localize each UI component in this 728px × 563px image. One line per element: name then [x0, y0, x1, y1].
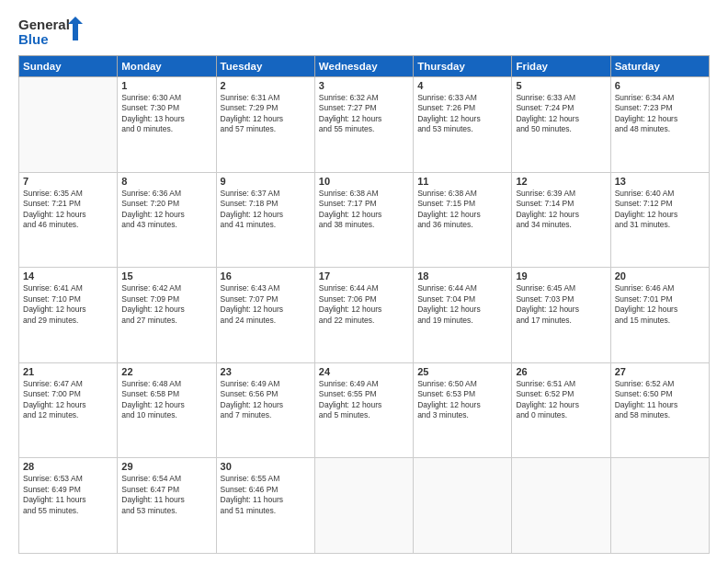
calendar-day-cell: 17Sunrise: 6:44 AMSunset: 7:06 PMDayligh…: [314, 268, 413, 363]
calendar-day-cell: 6Sunrise: 6:34 AMSunset: 7:23 PMDaylight…: [610, 77, 709, 173]
day-number: 11: [417, 176, 507, 187]
calendar-day-cell: 14Sunrise: 6:41 AMSunset: 7:10 PMDayligh…: [19, 268, 118, 363]
day-number: 18: [417, 270, 507, 282]
calendar-day-cell: 16Sunrise: 6:43 AMSunset: 7:07 PMDayligh…: [216, 268, 314, 363]
day-info: Sunrise: 6:30 AMSunset: 7:30 PMDaylight:…: [121, 93, 211, 135]
calendar-day-cell: 18Sunrise: 6:44 AMSunset: 7:04 PMDayligh…: [414, 268, 512, 363]
calendar-day-cell: 22Sunrise: 6:48 AMSunset: 6:58 PMDayligh…: [118, 362, 216, 458]
calendar-day-cell: 8Sunrise: 6:36 AMSunset: 7:20 PMDaylight…: [118, 172, 216, 268]
day-number: 9: [221, 176, 311, 187]
day-info: Sunrise: 6:45 AMSunset: 7:03 PMDaylight:…: [516, 283, 606, 326]
day-info: Sunrise: 6:41 AMSunset: 7:10 PMDaylight:…: [23, 283, 113, 326]
day-number: 22: [121, 366, 211, 377]
day-info: Sunrise: 6:49 AMSunset: 6:56 PMDaylight:…: [221, 379, 311, 421]
day-number: 24: [319, 366, 409, 377]
calendar-week-row: 7Sunrise: 6:35 AMSunset: 7:21 PMDaylight…: [19, 172, 710, 268]
calendar-day-cell: [512, 458, 610, 554]
day-info: Sunrise: 6:55 AMSunset: 6:46 PMDaylight:…: [221, 474, 311, 516]
day-info: Sunrise: 6:46 AMSunset: 7:01 PMDaylight:…: [615, 283, 705, 326]
day-number: 14: [23, 270, 113, 282]
calendar-day-cell: 10Sunrise: 6:38 AMSunset: 7:17 PMDayligh…: [314, 172, 413, 268]
day-info: Sunrise: 6:43 AMSunset: 7:07 PMDaylight:…: [221, 283, 311, 326]
calendar-day-cell: 11Sunrise: 6:38 AMSunset: 7:15 PMDayligh…: [414, 172, 512, 268]
day-info: Sunrise: 6:53 AMSunset: 6:49 PMDaylight:…: [23, 474, 113, 516]
calendar-day-header: Thursday: [414, 56, 512, 77]
calendar-day-cell: 29Sunrise: 6:54 AMSunset: 6:47 PMDayligh…: [118, 458, 216, 554]
day-number: 23: [221, 366, 311, 377]
day-info: Sunrise: 6:40 AMSunset: 7:12 PMDaylight:…: [615, 189, 705, 231]
day-info: Sunrise: 6:42 AMSunset: 7:09 PMDaylight:…: [121, 283, 211, 326]
calendar-week-row: 21Sunrise: 6:47 AMSunset: 7:00 PMDayligh…: [19, 362, 710, 458]
day-info: Sunrise: 6:52 AMSunset: 6:50 PMDaylight:…: [615, 379, 705, 421]
day-info: Sunrise: 6:44 AMSunset: 7:06 PMDaylight:…: [319, 283, 409, 326]
calendar-week-row: 28Sunrise: 6:53 AMSunset: 6:49 PMDayligh…: [19, 458, 710, 554]
day-number: 16: [221, 270, 311, 282]
day-number: 7: [23, 176, 113, 187]
calendar-day-cell: 23Sunrise: 6:49 AMSunset: 6:56 PMDayligh…: [216, 362, 314, 458]
calendar-header-row: SundayMondayTuesdayWednesdayThursdayFrid…: [19, 56, 710, 77]
calendar-day-cell: 25Sunrise: 6:50 AMSunset: 6:53 PMDayligh…: [414, 362, 512, 458]
day-number: 25: [417, 366, 507, 377]
calendar-day-cell: 27Sunrise: 6:52 AMSunset: 6:50 PMDayligh…: [610, 362, 709, 458]
day-info: Sunrise: 6:47 AMSunset: 7:00 PMDaylight:…: [23, 379, 113, 421]
day-number: 4: [417, 80, 507, 91]
day-info: Sunrise: 6:38 AMSunset: 7:17 PMDaylight:…: [319, 189, 409, 231]
calendar-day-cell: 26Sunrise: 6:51 AMSunset: 6:52 PMDayligh…: [512, 362, 610, 458]
calendar-day-cell: 1Sunrise: 6:30 AMSunset: 7:30 PMDaylight…: [118, 77, 216, 173]
day-info: Sunrise: 6:37 AMSunset: 7:18 PMDaylight:…: [221, 189, 311, 231]
calendar-day-cell: [314, 458, 413, 554]
calendar-day-cell: 12Sunrise: 6:39 AMSunset: 7:14 PMDayligh…: [512, 172, 610, 268]
day-info: Sunrise: 6:32 AMSunset: 7:27 PMDaylight:…: [319, 93, 409, 135]
calendar-day-cell: 3Sunrise: 6:32 AMSunset: 7:27 PMDaylight…: [314, 77, 413, 173]
day-info: Sunrise: 6:34 AMSunset: 7:23 PMDaylight:…: [615, 93, 705, 135]
day-number: 8: [121, 176, 211, 187]
calendar-day-header: Wednesday: [314, 56, 413, 77]
calendar-day-header: Monday: [118, 56, 216, 77]
day-number: 19: [516, 270, 606, 282]
calendar-day-cell: 20Sunrise: 6:46 AMSunset: 7:01 PMDayligh…: [610, 268, 709, 363]
day-info: Sunrise: 6:39 AMSunset: 7:14 PMDaylight:…: [516, 189, 606, 231]
calendar-week-row: 1Sunrise: 6:30 AMSunset: 7:30 PMDaylight…: [19, 77, 710, 173]
calendar-day-cell: 4Sunrise: 6:33 AMSunset: 7:26 PMDaylight…: [414, 77, 512, 173]
svg-text:Blue: Blue: [18, 31, 49, 47]
day-info: Sunrise: 6:44 AMSunset: 7:04 PMDaylight:…: [417, 283, 507, 326]
day-info: Sunrise: 6:51 AMSunset: 6:52 PMDaylight:…: [516, 379, 606, 421]
day-number: 15: [121, 270, 211, 282]
day-info: Sunrise: 6:36 AMSunset: 7:20 PMDaylight:…: [121, 189, 211, 231]
calendar-day-cell: 24Sunrise: 6:49 AMSunset: 6:55 PMDayligh…: [314, 362, 413, 458]
day-number: 28: [23, 461, 113, 472]
day-number: 26: [516, 366, 606, 377]
day-number: 2: [221, 80, 311, 91]
calendar-day-cell: 30Sunrise: 6:55 AMSunset: 6:46 PMDayligh…: [216, 458, 314, 554]
calendar-day-cell: 7Sunrise: 6:35 AMSunset: 7:21 PMDaylight…: [19, 172, 118, 268]
svg-marker-2: [68, 17, 83, 40]
svg-text:General: General: [18, 17, 70, 32]
day-number: 3: [319, 80, 409, 91]
day-number: 30: [221, 461, 311, 472]
day-number: 27: [615, 366, 705, 377]
day-number: 6: [615, 80, 705, 91]
calendar-day-cell: 19Sunrise: 6:45 AMSunset: 7:03 PMDayligh…: [512, 268, 610, 363]
logo: General Blue: [18, 15, 83, 48]
calendar-day-cell: 2Sunrise: 6:31 AMSunset: 7:29 PMDaylight…: [216, 77, 314, 173]
calendar-week-row: 14Sunrise: 6:41 AMSunset: 7:10 PMDayligh…: [19, 268, 710, 363]
calendar-day-cell: 15Sunrise: 6:42 AMSunset: 7:09 PMDayligh…: [118, 268, 216, 363]
calendar-day-cell: 13Sunrise: 6:40 AMSunset: 7:12 PMDayligh…: [610, 172, 709, 268]
calendar-day-cell: 21Sunrise: 6:47 AMSunset: 7:00 PMDayligh…: [19, 362, 118, 458]
calendar-day-header: Tuesday: [216, 56, 314, 77]
day-number: 13: [615, 176, 705, 187]
day-number: 12: [516, 176, 606, 187]
day-info: Sunrise: 6:31 AMSunset: 7:29 PMDaylight:…: [221, 93, 311, 135]
day-info: Sunrise: 6:49 AMSunset: 6:55 PMDaylight:…: [319, 379, 409, 421]
day-number: 10: [319, 176, 409, 187]
calendar-day-cell: 9Sunrise: 6:37 AMSunset: 7:18 PMDaylight…: [216, 172, 314, 268]
day-info: Sunrise: 6:50 AMSunset: 6:53 PMDaylight:…: [417, 379, 507, 421]
calendar-day-header: Sunday: [19, 56, 118, 77]
day-number: 5: [516, 80, 606, 91]
day-number: 17: [319, 270, 409, 282]
calendar-table: SundayMondayTuesdayWednesdayThursdayFrid…: [18, 55, 710, 554]
page: General Blue SundayMondayTuesdayWednesda…: [0, 0, 728, 563]
header: General Blue: [18, 15, 710, 48]
calendar-day-cell: 5Sunrise: 6:33 AMSunset: 7:24 PMDaylight…: [512, 77, 610, 173]
day-info: Sunrise: 6:33 AMSunset: 7:24 PMDaylight:…: [516, 93, 606, 135]
